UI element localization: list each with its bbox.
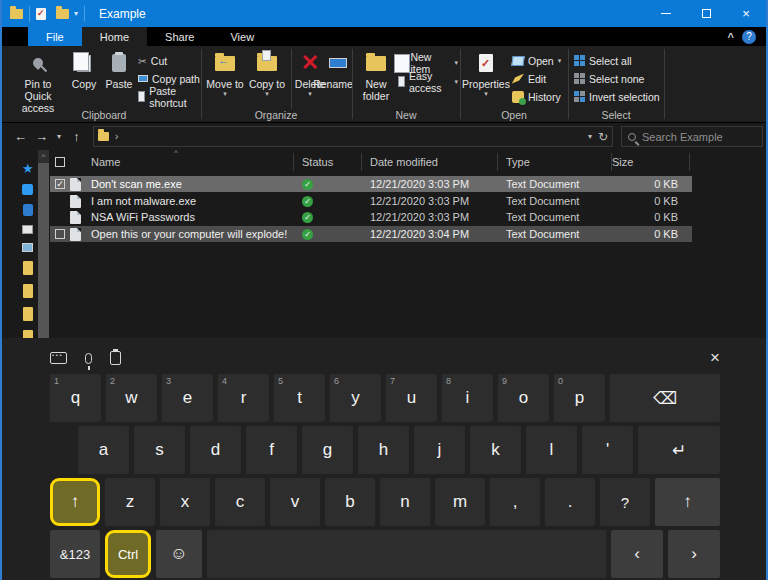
select-none-button[interactable]: Select none [574,70,644,87]
address-dropdown-icon[interactable]: ▾ [588,132,592,141]
paste-button[interactable]: Paste [102,50,136,90]
file-row-hovered[interactable]: Open this or your computer will explode!… [50,226,692,242]
help-icon[interactable]: ? [742,30,756,44]
microphone-icon[interactable] [85,353,92,364]
up-icon[interactable]: ↑ [66,129,87,144]
rename-button[interactable]: Rename [325,50,351,90]
folder-icon[interactable] [23,284,33,298]
key-v[interactable]: v [270,478,320,526]
key-i[interactable]: 8i [442,374,493,422]
scroll-up-icon[interactable]: ^ [38,150,49,163]
key-shift-left-highlighted[interactable]: ↑ [50,478,100,526]
pin-to-quick-access-button[interactable]: Pin to Quick access [10,50,66,114]
key-j[interactable]: j [414,426,465,474]
column-type[interactable]: Type [498,153,612,171]
quick-access-icon[interactable]: ★ [22,162,34,175]
search-input[interactable]: Search Example [621,126,763,147]
open-button[interactable]: Open ▾ [512,52,561,69]
delete-button[interactable]: ✕ Delete ▾ [293,50,327,98]
key-symbols[interactable]: &123 [50,530,100,578]
onedrive-icon[interactable] [22,184,33,195]
tab-view[interactable]: View [212,27,272,46]
tab-share[interactable]: Share [147,27,212,46]
select-all-checkbox[interactable] [50,153,70,171]
key-s[interactable]: s [134,426,185,474]
key-y[interactable]: 6y [330,374,381,422]
key-h[interactable]: h [358,426,409,474]
qat-new-folder-icon[interactable] [56,9,69,19]
key-ctrl-highlighted[interactable]: Ctrl [105,530,151,578]
key-w[interactable]: 2w [106,374,157,422]
breadcrumb-chevron-icon[interactable]: › [115,131,118,142]
this-pc-icon[interactable] [23,204,33,216]
key-g[interactable]: g [302,426,353,474]
maximize-button[interactable] [686,0,726,27]
file-row[interactable]: NSA WiFi Passwords ✓ 12/21/2020 3:03 PM … [50,209,692,225]
history-button[interactable]: History [512,88,561,105]
new-folder-button[interactable]: New folder [358,50,394,102]
qat-properties-icon[interactable] [36,8,46,20]
key-l[interactable]: l [526,426,577,474]
row-checkbox-checked[interactable]: ✓ [55,179,65,189]
key-m[interactable]: m [435,478,485,526]
keyboard-close-icon[interactable]: × [710,348,720,368]
key-r[interactable]: 4r [218,374,269,422]
back-icon[interactable]: ← [10,129,31,144]
column-status[interactable]: Status [294,153,362,171]
invert-selection-button[interactable]: Invert selection [574,88,660,105]
new-item-button[interactable]: New item ▾ [398,54,458,71]
key-t[interactable]: 5t [274,374,325,422]
key-space[interactable] [207,530,606,578]
key-f[interactable]: f [246,426,297,474]
key-shift-right[interactable]: ↑ [655,478,720,526]
pictures-icon[interactable] [22,243,33,252]
key-comma[interactable]: , [490,478,540,526]
monitor-icon[interactable] [22,225,33,234]
collapse-ribbon-icon[interactable]: ^ [728,31,734,43]
key-b[interactable]: b [325,478,375,526]
column-size[interactable]: Size [612,153,690,171]
key-n[interactable]: n [380,478,430,526]
column-date-modified[interactable]: Date modified [362,153,498,171]
key-emoji[interactable]: ☺ [156,530,202,578]
key-u[interactable]: 7u [386,374,437,422]
tab-home[interactable]: Home [82,27,147,46]
keyboard-settings-icon[interactable] [50,352,67,364]
file-row[interactable]: I am not malware.exe ✓ 12/21/2020 3:03 P… [50,193,692,209]
key-k[interactable]: k [470,426,521,474]
move-to-button[interactable]: ← Move to ▾ [205,50,245,98]
key-e[interactable]: 3e [162,374,213,422]
refresh-icon[interactable]: ↻ [598,130,608,144]
key-q[interactable]: 1q [50,374,101,422]
forward-icon[interactable]: → [31,129,52,144]
key-period[interactable]: . [545,478,595,526]
tab-file[interactable]: File [28,27,82,46]
key-enter[interactable]: ↵ [638,426,720,474]
key-c[interactable]: c [215,478,265,526]
key-backspace[interactable]: ⌫ [610,374,720,422]
edit-button[interactable]: Edit [512,70,546,87]
key-d[interactable]: d [190,426,241,474]
clipboard-icon[interactable] [110,351,121,365]
key-x[interactable]: x [160,478,210,526]
key-p[interactable]: 0p [554,374,605,422]
select-all-button[interactable]: Select all [574,52,632,69]
scrollbar-thumb[interactable] [38,163,49,338]
cut-button[interactable]: ✂ Cut [138,52,167,69]
folder-icon[interactable] [23,307,33,321]
key-o[interactable]: 9o [498,374,549,422]
key-cursor-right[interactable]: › [668,530,720,578]
qat-dropdown-icon[interactable]: ▾ [74,9,78,18]
row-checkbox[interactable] [55,229,65,239]
file-row-selected[interactable]: ✓ Don't scan me.exe ✓ 12/21/2020 3:03 PM… [50,176,692,192]
key-z[interactable]: z [105,478,155,526]
titlebar[interactable]: ▾ Example × [2,0,766,27]
folder-icon[interactable] [23,261,33,275]
copy-button[interactable]: Copy [68,50,100,90]
copy-to-button[interactable]: Copy to ▾ [247,50,287,98]
key-a[interactable]: a [78,426,129,474]
key-cursor-left[interactable]: ‹ [611,530,663,578]
sidebar-scrollbar[interactable]: ^ [38,150,49,338]
easy-access-button[interactable]: Easy access ▾ [398,73,458,90]
close-button[interactable]: × [726,0,766,27]
